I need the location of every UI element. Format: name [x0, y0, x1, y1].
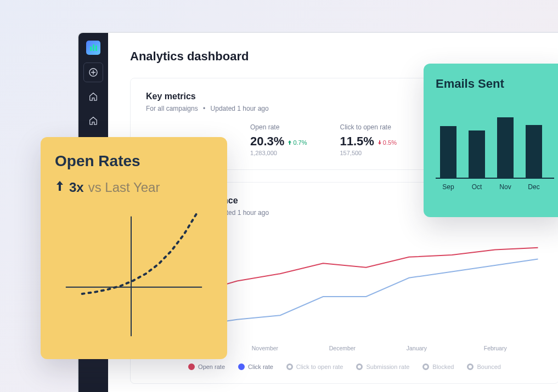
- legend-dot-icon: [286, 363, 293, 370]
- metric-label: Click to open rate: [340, 123, 396, 131]
- open-rates-comparison: vs Last Year: [88, 180, 160, 195]
- bar-label: Sep: [440, 183, 456, 191]
- legend-dot-icon: [356, 363, 363, 370]
- bar-baseline: [436, 178, 554, 179]
- emails-sent-title: Emails Sent: [436, 77, 554, 91]
- home-icon[interactable]: [83, 87, 103, 106]
- metric-detail: 157,500: [340, 150, 396, 156]
- metric-value: 20.3%: [250, 134, 284, 149]
- metric-delta-down: 0.5%: [377, 139, 397, 146]
- page-title: Analytics dashboard: [130, 49, 558, 64]
- legend-label: Click rate: [248, 363, 273, 370]
- performance-legend: Open rateClick rateClick to open rateSub…: [146, 363, 543, 370]
- legend-item[interactable]: Submission rate: [356, 363, 409, 370]
- svg-text:January: January: [407, 345, 427, 351]
- legend-item[interactable]: Blocked: [422, 363, 454, 370]
- metric-click-to-open: Click to open rate 11.5% 0.5% 157,500: [340, 123, 396, 156]
- legend-dot-icon: [238, 363, 245, 370]
- bar-label: Dec: [526, 183, 542, 191]
- metric-label: Open rate: [250, 123, 307, 131]
- arrow-up-icon: [288, 140, 292, 145]
- legend-label: Blocked: [432, 363, 454, 370]
- open-rates-title: Open Rates: [55, 152, 213, 170]
- bar: [469, 130, 485, 178]
- arrow-up-icon: [55, 180, 65, 195]
- legend-dot-icon: [422, 363, 429, 370]
- open-rates-change: 3x vs Last Year: [55, 180, 213, 195]
- emails-bar-chart: SepOctNovDec: [436, 103, 554, 191]
- open-rates-multiplier: 3x: [69, 180, 84, 195]
- legend-item[interactable]: Click to open rate: [286, 363, 343, 370]
- metric-delta-up: 0.7%: [288, 139, 307, 146]
- perf-updated: ated 1 hour ago: [223, 209, 269, 217]
- bar: [440, 126, 456, 178]
- app-logo[interactable]: [86, 41, 100, 55]
- arrow-down-icon: [377, 140, 382, 145]
- metric-open-rate: Open rate 20.3% 0.7% 1,283,000: [250, 123, 307, 156]
- svg-text:November: November: [252, 345, 279, 351]
- legend-dot-icon: [467, 363, 474, 370]
- metrics-updated: Updated 1 hour ago: [211, 105, 269, 112]
- bar: [526, 125, 542, 178]
- metric-detail: 1,283,000: [250, 150, 307, 156]
- metrics-scope: For all campaigns: [146, 105, 198, 112]
- bar-label: Nov: [497, 183, 514, 191]
- legend-label: Open rate: [198, 363, 225, 370]
- add-button[interactable]: [83, 63, 103, 82]
- svg-text:December: December: [329, 345, 356, 351]
- bar: [497, 117, 514, 178]
- open-rates-curve: [55, 205, 213, 342]
- legend-label: Submission rate: [366, 363, 409, 370]
- legend-dot-icon: [188, 363, 195, 370]
- legend-label: Click to open rate: [296, 363, 343, 370]
- legend-item[interactable]: Bounced: [467, 363, 500, 370]
- legend-label: Bounced: [477, 363, 500, 370]
- svg-text:February: February: [484, 345, 508, 351]
- legend-item[interactable]: Click rate: [238, 363, 273, 370]
- dot-separator: •: [203, 105, 205, 112]
- metric-value: 11.5%: [340, 134, 374, 149]
- overlay-open-rates-card: Open Rates 3x vs Last Year: [41, 137, 227, 359]
- legend-item[interactable]: Open rate: [188, 363, 225, 370]
- overlay-emails-card: Emails Sent SepOctNovDec: [424, 64, 558, 217]
- home-alt-icon[interactable]: [83, 111, 103, 130]
- bar-label: Oct: [469, 183, 485, 191]
